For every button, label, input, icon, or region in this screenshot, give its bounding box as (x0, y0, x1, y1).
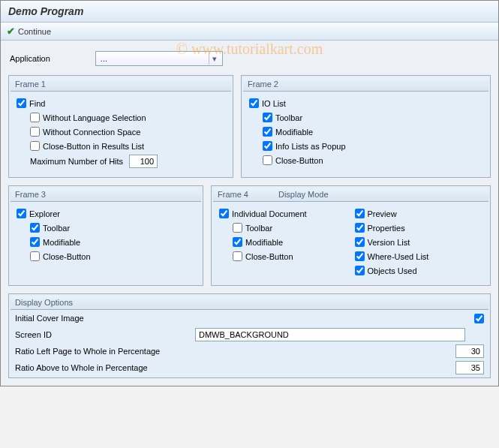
f3-toolbar-label: Toolbar (43, 224, 70, 233)
find-label: Find (29, 99, 45, 108)
ratio-left-label: Ratio Left Page to Whole in Percentage (15, 347, 195, 356)
indiv-doc-label: Individual Document (232, 209, 307, 218)
without-connection-label: Without Connection Space (43, 128, 140, 137)
where-used-checkbox[interactable] (355, 251, 365, 261)
close-results-checkbox[interactable] (30, 141, 40, 151)
info-popup-checkbox[interactable] (263, 141, 272, 151)
indiv-doc-checkbox[interactable] (219, 209, 229, 218)
f4-close-label: Close-Button (245, 252, 293, 261)
objects-used-label: Objects Used (368, 266, 417, 275)
f2-toolbar-checkbox[interactable] (263, 113, 272, 122)
frame-4-title-bar: Frame 4 Display Mode (213, 188, 488, 202)
info-popup-label: Info Lists as Popup (275, 142, 346, 151)
application-select[interactable]: ... ▾ (95, 51, 223, 66)
close-results-label: Close-Button in Results List (43, 142, 144, 151)
preview-checkbox[interactable] (355, 209, 365, 218)
explorer-label: Explorer (29, 209, 60, 218)
application-label: Application (10, 54, 50, 63)
display-options-title: Display Options (11, 296, 488, 310)
f3-close-label: Close-Button (43, 252, 91, 261)
without-connection-checkbox[interactable] (30, 127, 40, 137)
f2-close-checkbox[interactable] (263, 155, 272, 165)
continue-button[interactable]: Continue (18, 27, 51, 36)
version-list-checkbox[interactable] (355, 237, 365, 247)
version-list-label: Version List (368, 238, 410, 247)
without-language-label: Without Language Selection (43, 113, 146, 122)
ratio-above-label: Ratio Above to Whole in Percentage (15, 363, 195, 372)
max-hits-input[interactable] (129, 155, 158, 168)
f3-modifiable-checkbox[interactable] (30, 237, 40, 247)
display-options-frame: Display Options Initial Cover Image Scre… (8, 293, 491, 378)
explorer-checkbox[interactable] (17, 209, 26, 218)
ratio-above-input[interactable] (455, 361, 484, 374)
where-used-label: Where-Used List (368, 252, 429, 261)
f4-close-checkbox[interactable] (233, 251, 242, 261)
preview-label: Preview (368, 209, 397, 218)
f2-modifiable-label: Modifiable (275, 128, 313, 137)
io-list-checkbox[interactable] (249, 98, 259, 108)
f3-toolbar-checkbox[interactable] (30, 223, 40, 233)
application-row: Application ... ▾ (8, 48, 491, 75)
without-language-checkbox[interactable] (30, 113, 40, 122)
frame-4-title2: Display Mode (278, 190, 329, 199)
screen-id-input[interactable] (195, 328, 465, 341)
find-checkbox[interactable] (17, 98, 26, 108)
initial-cover-checkbox[interactable] (474, 314, 484, 323)
f3-modifiable-label: Modifiable (43, 238, 80, 247)
ratio-left-input[interactable] (455, 344, 484, 358)
toolbar: ✔ Continue (1, 23, 498, 41)
max-hits-label: Maximum Number of Hits (30, 157, 123, 166)
frame-4-title: Frame 4 (218, 190, 248, 199)
screen-id-label: Screen ID (15, 330, 195, 339)
application-select-value: ... (101, 54, 107, 63)
frame-1-title: Frame 1 (11, 77, 231, 92)
properties-label: Properties (368, 224, 405, 233)
f2-modifiable-checkbox[interactable] (263, 127, 272, 137)
frame-1: Frame 1 Find Without Language Selection … (8, 75, 233, 178)
f4-toolbar-label: Toolbar (245, 224, 272, 233)
f4-modifiable-checkbox[interactable] (233, 237, 242, 247)
f3-close-checkbox[interactable] (30, 251, 40, 261)
io-list-label: IO List (262, 99, 286, 108)
chevron-down-icon: ▾ (209, 53, 221, 65)
f4-modifiable-label: Modifiable (245, 238, 283, 247)
initial-cover-label: Initial Cover Image (15, 314, 195, 323)
properties-checkbox[interactable] (355, 223, 365, 233)
objects-used-checkbox[interactable] (355, 266, 365, 275)
main-window: Demo Program ✔ Continue © www.tutorialka… (0, 0, 499, 386)
frame-4: Frame 4 Display Mode Individual Document… (211, 185, 491, 286)
f2-close-label: Close-Button (275, 156, 323, 165)
f4-toolbar-checkbox[interactable] (233, 223, 242, 233)
frame-3: Frame 3 Explorer Toolbar Modifiable (8, 185, 203, 286)
frame-2: Frame 2 IO List Toolbar Modifiable (241, 75, 491, 178)
content-area: © www.tutorialkart.com Application ... ▾… (1, 41, 498, 386)
f2-toolbar-label: Toolbar (275, 113, 302, 122)
frame-3-title: Frame 3 (11, 188, 201, 202)
frame-2-title: Frame 2 (243, 77, 488, 92)
window-title: Demo Program (1, 1, 498, 23)
check-icon: ✔ (7, 26, 15, 37)
